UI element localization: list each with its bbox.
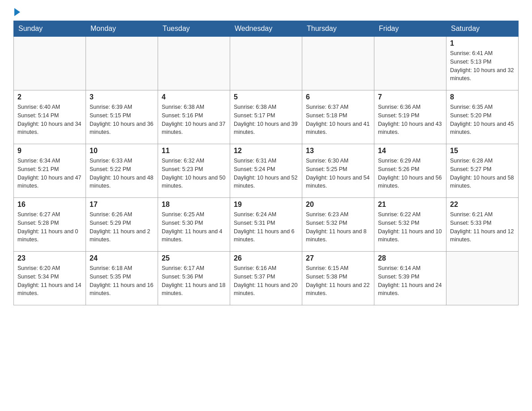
day-number: 9 (17, 147, 82, 155)
day-number: 5 (234, 93, 298, 101)
day-number: 10 (90, 147, 154, 155)
day-info: Sunrise: 6:27 AMSunset: 5:28 PMDaylight:… (17, 210, 82, 244)
day-info: Sunrise: 6:29 AMSunset: 5:26 PMDaylight:… (378, 157, 442, 190)
day-number: 17 (90, 201, 154, 209)
day-info: Sunrise: 6:33 AMSunset: 5:22 PMDaylight:… (90, 157, 154, 190)
day-number: 22 (450, 201, 515, 209)
day-info: Sunrise: 6:22 AMSunset: 5:32 PMDaylight:… (378, 210, 442, 244)
day-info: Sunrise: 6:35 AMSunset: 5:20 PMDaylight:… (450, 103, 515, 137)
day-number: 15 (450, 147, 515, 155)
day-info: Sunrise: 6:38 AMSunset: 5:16 PMDaylight:… (162, 103, 226, 137)
day-info: Sunrise: 6:38 AMSunset: 5:17 PMDaylight:… (234, 103, 298, 137)
calendar-day-cell: 16Sunrise: 6:27 AMSunset: 5:28 PMDayligh… (14, 198, 86, 252)
day-info: Sunrise: 6:18 AMSunset: 5:35 PMDaylight:… (90, 264, 154, 298)
day-info: Sunrise: 6:34 AMSunset: 5:21 PMDaylight:… (17, 157, 82, 190)
calendar-day-cell: 27Sunrise: 6:15 AMSunset: 5:38 PMDayligh… (302, 252, 374, 305)
calendar-day-cell (158, 37, 230, 90)
day-number: 23 (17, 254, 82, 262)
calendar-day-cell: 28Sunrise: 6:14 AMSunset: 5:39 PMDayligh… (374, 252, 446, 305)
calendar-day-cell: 12Sunrise: 6:31 AMSunset: 5:24 PMDayligh… (230, 144, 302, 198)
calendar-week-row: 16Sunrise: 6:27 AMSunset: 5:28 PMDayligh… (14, 198, 519, 252)
calendar-day-cell: 24Sunrise: 6:18 AMSunset: 5:35 PMDayligh… (86, 252, 158, 305)
day-number: 14 (378, 147, 442, 155)
calendar-day-cell: 6Sunrise: 6:37 AMSunset: 5:18 PMDaylight… (302, 90, 374, 144)
calendar-day-cell: 10Sunrise: 6:33 AMSunset: 5:22 PMDayligh… (86, 144, 158, 198)
day-info: Sunrise: 6:15 AMSunset: 5:38 PMDaylight:… (306, 264, 370, 298)
day-number: 2 (17, 93, 82, 101)
day-number: 26 (234, 254, 298, 262)
day-info: Sunrise: 6:40 AMSunset: 5:14 PMDaylight:… (17, 103, 82, 137)
day-number: 25 (162, 254, 226, 262)
day-number: 20 (306, 201, 370, 209)
calendar-day-cell: 15Sunrise: 6:28 AMSunset: 5:27 PMDayligh… (446, 144, 519, 198)
calendar-day-cell: 9Sunrise: 6:34 AMSunset: 5:21 PMDaylight… (14, 144, 86, 198)
day-info: Sunrise: 6:30 AMSunset: 5:25 PMDaylight:… (306, 157, 370, 190)
calendar-day-cell: 1Sunrise: 6:41 AMSunset: 5:13 PMDaylight… (446, 37, 519, 90)
calendar-day-cell: 17Sunrise: 6:26 AMSunset: 5:29 PMDayligh… (86, 198, 158, 252)
calendar-day-cell (302, 37, 374, 90)
day-number: 24 (90, 254, 154, 262)
logo-arrow-icon (14, 8, 20, 16)
calendar-day-cell (446, 252, 519, 305)
calendar-day-cell: 25Sunrise: 6:17 AMSunset: 5:36 PMDayligh… (158, 252, 230, 305)
day-info: Sunrise: 6:37 AMSunset: 5:18 PMDaylight:… (306, 103, 370, 137)
weekday-header-tuesday: Tuesday (158, 21, 230, 37)
day-number: 1 (450, 39, 515, 47)
calendar-day-cell: 21Sunrise: 6:22 AMSunset: 5:32 PMDayligh… (374, 198, 446, 252)
day-info: Sunrise: 6:32 AMSunset: 5:23 PMDaylight:… (162, 157, 226, 190)
weekday-header-sunday: Sunday (14, 21, 86, 37)
day-number: 27 (306, 254, 370, 262)
day-number: 11 (162, 147, 226, 155)
logo (13, 9, 20, 16)
weekday-header-friday: Friday (374, 21, 446, 37)
day-number: 16 (17, 201, 82, 209)
day-number: 18 (162, 201, 226, 209)
weekday-header-saturday: Saturday (446, 21, 519, 37)
calendar-day-cell: 20Sunrise: 6:23 AMSunset: 5:32 PMDayligh… (302, 198, 374, 252)
day-info: Sunrise: 6:26 AMSunset: 5:29 PMDaylight:… (90, 210, 154, 244)
calendar-day-cell: 11Sunrise: 6:32 AMSunset: 5:23 PMDayligh… (158, 144, 230, 198)
day-number: 6 (306, 93, 370, 101)
calendar-day-cell: 2Sunrise: 6:40 AMSunset: 5:14 PMDaylight… (14, 90, 86, 144)
day-number: 21 (378, 201, 442, 209)
weekday-header-row: SundayMondayTuesdayWednesdayThursdayFrid… (14, 21, 519, 37)
calendar-day-cell: 22Sunrise: 6:21 AMSunset: 5:33 PMDayligh… (446, 198, 519, 252)
day-number: 8 (450, 93, 515, 101)
day-info: Sunrise: 6:17 AMSunset: 5:36 PMDaylight:… (162, 264, 226, 298)
day-info: Sunrise: 6:25 AMSunset: 5:30 PMDaylight:… (162, 210, 226, 244)
calendar-day-cell: 14Sunrise: 6:29 AMSunset: 5:26 PMDayligh… (374, 144, 446, 198)
calendar-day-cell: 3Sunrise: 6:39 AMSunset: 5:15 PMDaylight… (86, 90, 158, 144)
page-header (13, 9, 519, 16)
weekday-header-thursday: Thursday (302, 21, 374, 37)
calendar-day-cell (374, 37, 446, 90)
day-info: Sunrise: 6:28 AMSunset: 5:27 PMDaylight:… (450, 157, 515, 190)
weekday-header-wednesday: Wednesday (230, 21, 302, 37)
calendar-week-row: 9Sunrise: 6:34 AMSunset: 5:21 PMDaylight… (14, 144, 519, 198)
day-info: Sunrise: 6:41 AMSunset: 5:13 PMDaylight:… (450, 49, 515, 83)
calendar-day-cell: 26Sunrise: 6:16 AMSunset: 5:37 PMDayligh… (230, 252, 302, 305)
day-info: Sunrise: 6:20 AMSunset: 5:34 PMDaylight:… (17, 264, 82, 298)
calendar-day-cell (230, 37, 302, 90)
calendar-table: SundayMondayTuesdayWednesdayThursdayFrid… (13, 21, 519, 305)
calendar-day-cell: 5Sunrise: 6:38 AMSunset: 5:17 PMDaylight… (230, 90, 302, 144)
calendar-day-cell: 4Sunrise: 6:38 AMSunset: 5:16 PMDaylight… (158, 90, 230, 144)
day-number: 28 (378, 254, 442, 262)
day-info: Sunrise: 6:21 AMSunset: 5:33 PMDaylight:… (450, 210, 515, 244)
calendar-day-cell: 18Sunrise: 6:25 AMSunset: 5:30 PMDayligh… (158, 198, 230, 252)
day-number: 3 (90, 93, 154, 101)
weekday-header-monday: Monday (86, 21, 158, 37)
calendar-week-row: 1Sunrise: 6:41 AMSunset: 5:13 PMDaylight… (14, 37, 519, 90)
day-info: Sunrise: 6:39 AMSunset: 5:15 PMDaylight:… (90, 103, 154, 137)
day-info: Sunrise: 6:23 AMSunset: 5:32 PMDaylight:… (306, 210, 370, 244)
calendar-week-row: 2Sunrise: 6:40 AMSunset: 5:14 PMDaylight… (14, 90, 519, 144)
calendar-day-cell: 23Sunrise: 6:20 AMSunset: 5:34 PMDayligh… (14, 252, 86, 305)
day-number: 7 (378, 93, 442, 101)
day-info: Sunrise: 6:14 AMSunset: 5:39 PMDaylight:… (378, 264, 442, 298)
calendar-day-cell (86, 37, 158, 90)
calendar-day-cell (14, 37, 86, 90)
calendar-day-cell: 7Sunrise: 6:36 AMSunset: 5:19 PMDaylight… (374, 90, 446, 144)
day-info: Sunrise: 6:36 AMSunset: 5:19 PMDaylight:… (378, 103, 442, 137)
day-info: Sunrise: 6:31 AMSunset: 5:24 PMDaylight:… (234, 157, 298, 190)
calendar-day-cell: 8Sunrise: 6:35 AMSunset: 5:20 PMDaylight… (446, 90, 519, 144)
calendar-day-cell: 19Sunrise: 6:24 AMSunset: 5:31 PMDayligh… (230, 198, 302, 252)
